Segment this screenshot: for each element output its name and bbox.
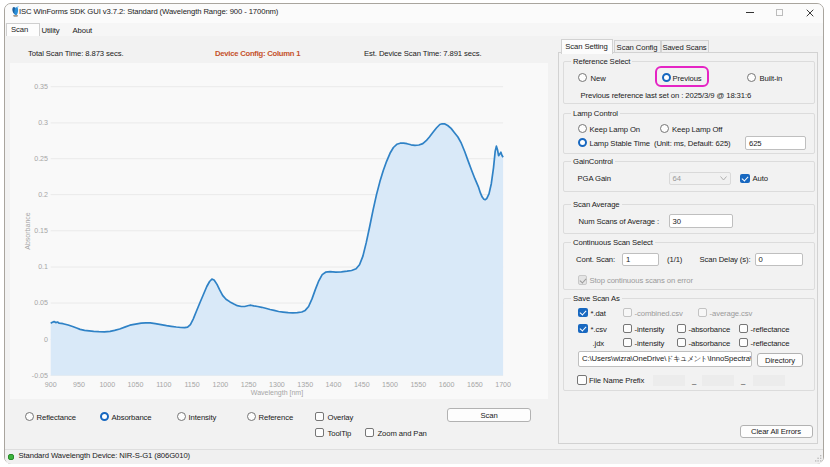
svg-text:1500: 1500 — [382, 381, 398, 389]
svg-text:0.15: 0.15 — [34, 227, 48, 235]
svg-text:1150: 1150 — [184, 381, 199, 389]
svg-text:1550: 1550 — [410, 381, 426, 389]
svg-text:950: 950 — [73, 381, 85, 389]
svg-text:1450: 1450 — [354, 381, 370, 389]
svg-text:Absorbance: Absorbance — [24, 212, 31, 249]
svg-text:0.2: 0.2 — [38, 191, 48, 199]
svg-text:0.1: 0.1 — [38, 263, 48, 271]
svg-text:1050: 1050 — [128, 381, 144, 389]
svg-text:Wavelength [nm]: Wavelength [nm] — [251, 389, 303, 397]
svg-text:1200: 1200 — [213, 381, 229, 389]
svg-text:900: 900 — [45, 381, 57, 389]
svg-text:0.35: 0.35 — [34, 83, 48, 91]
svg-text:0.05: 0.05 — [34, 299, 48, 307]
svg-text:1400: 1400 — [326, 381, 342, 389]
svg-text:1700: 1700 — [495, 381, 511, 389]
svg-text:1600: 1600 — [439, 381, 455, 389]
svg-text:0: 0 — [44, 336, 48, 344]
svg-text:1650: 1650 — [467, 381, 483, 389]
svg-text:1100: 1100 — [156, 381, 171, 389]
svg-text:0.3: 0.3 — [38, 119, 48, 127]
svg-text:0.25: 0.25 — [34, 155, 48, 163]
svg-text:1000: 1000 — [99, 381, 115, 389]
svg-text:-0.05: -0.05 — [32, 372, 48, 380]
